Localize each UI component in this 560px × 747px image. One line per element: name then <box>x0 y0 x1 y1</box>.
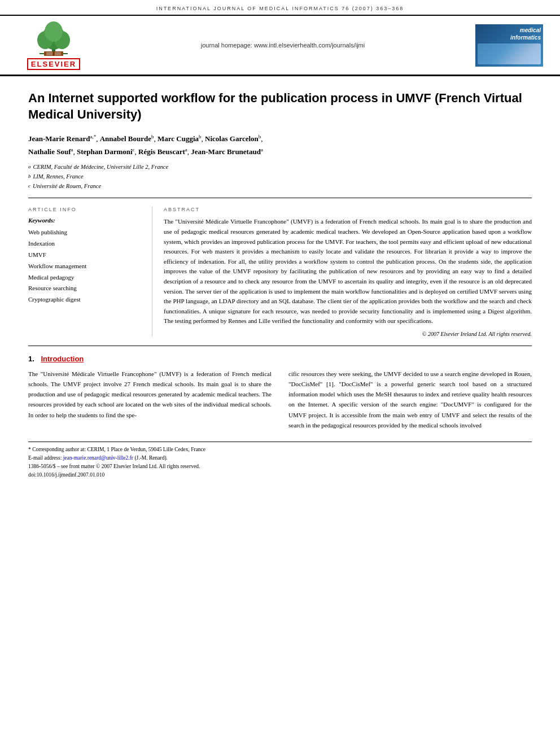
affiliation-c: c Université de Rouen, France <box>28 182 532 191</box>
issn-line: 1386-5056/$ – see front matter © 2007 El… <box>28 462 532 471</box>
keywords-label: Keywords: <box>28 217 143 224</box>
keywords-list: Web publishing Indexation UMVF Workflow … <box>28 227 143 305</box>
author-2: Annabel Bourde <box>100 135 151 143</box>
introduction-section: 1. Introduction The "Université Médicale… <box>28 355 532 430</box>
article-info-label: ARTICLE INFO <box>28 207 143 212</box>
elsevier-logo: ELSEVIER <box>17 20 90 70</box>
email-note: E-mail address: jean-marie.renard@univ-l… <box>28 454 532 462</box>
author-6-sup: c <box>133 147 135 152</box>
article-info-column: ARTICLE INFO Keywords: Web publishing In… <box>28 207 152 337</box>
affiliations: a CERIM, Faculté de Médecine, Université… <box>28 163 532 198</box>
homepage-label: journal homepage: <box>201 42 252 49</box>
author-7: Régis Beuscart <box>138 147 185 156</box>
elsevier-tree-icon <box>28 20 79 57</box>
doi-line: doi:10.1016/j.ijmedinf.2007.01.010 <box>28 471 532 479</box>
author-8-sup: a <box>261 147 263 152</box>
email-label: E-mail address: <box>28 455 62 461</box>
introduction-heading: 1. Introduction <box>28 355 532 363</box>
article-info-abstract-row: ARTICLE INFO Keywords: Web publishing In… <box>28 207 532 346</box>
author-5-sup: a <box>71 147 73 152</box>
abstract-column: ABSTRACT The "Université Médicale Virtue… <box>164 207 532 337</box>
author-4: Nicolas Garcelon <box>205 135 259 143</box>
corresponding-author-text: * Corresponding author at: CERIM, 1 Plac… <box>28 447 205 452</box>
introduction-left-col: The "Université Médicale Virtuelle Franc… <box>28 369 272 430</box>
author-5: Nathalie Souf <box>28 147 71 156</box>
corresponding-author-note: * Corresponding author at: CERIM, 1 Plac… <box>28 445 532 454</box>
introduction-body: The "Université Médicale Virtuelle Franc… <box>28 369 532 430</box>
elsevier-brand-text: ELSEVIER <box>27 58 80 70</box>
section-number: 1. <box>28 355 34 363</box>
intro-left-text: The "Université Médicale Virtuelle Franc… <box>28 369 272 420</box>
author-1: Jean-Marie Renard <box>28 135 90 143</box>
page: INTERNATIONAL JOURNAL OF MEDICAL INFORMA… <box>0 0 560 747</box>
abstract-label: ABSTRACT <box>164 207 532 212</box>
authors-line: Jean-Marie Renarda,*, Annabel Bourdeb, M… <box>28 133 532 158</box>
footnote-section: * Corresponding author at: CERIM, 1 Plac… <box>28 442 532 480</box>
article-title: An Internet supported workflow for the p… <box>28 90 532 123</box>
keyword-4: Workflow management <box>28 261 143 272</box>
keyword-7: Cryptographic digest <box>28 294 143 305</box>
homepage-info: journal homepage: www.intl.elsevierhealt… <box>90 42 475 49</box>
medical-informatics-logo: medical informatics <box>475 24 543 67</box>
author-2-sup: b <box>151 134 154 139</box>
author-1-sup: a,* <box>90 134 96 139</box>
keyword-5: Medical pedagogy <box>28 272 143 283</box>
author-7-sup: a <box>185 147 187 152</box>
abstract-copyright: © 2007 Elsevier Ireland Ltd. All rights … <box>164 331 532 337</box>
affiliation-a: a CERIM, Faculté de Médecine, Université… <box>28 163 532 172</box>
author-8: Jean-Marc Brunetaud <box>191 147 261 156</box>
affiliation-b: b LIM, Rennes, France <box>28 172 532 182</box>
keyword-6: Resource searching <box>28 283 143 294</box>
journal-header: INTERNATIONAL JOURNAL OF MEDICAL INFORMA… <box>0 0 560 16</box>
email-suffix: (J.-M. Renard). <box>134 455 168 461</box>
mi-brand-text: medical informatics <box>510 27 541 42</box>
section-title: Introduction <box>41 355 84 363</box>
mi-decorative-image <box>478 43 541 64</box>
introduction-right-col: cific resources they were seeking, the U… <box>288 369 532 430</box>
author-6: Stephan Darmoni <box>77 147 133 156</box>
author-3: Marc Cuggia <box>158 135 199 143</box>
journal-title: INTERNATIONAL JOURNAL OF MEDICAL INFORMA… <box>0 6 560 11</box>
intro-right-text: cific resources they were seeking, the U… <box>288 369 532 430</box>
abstract-text: The "Université Médicale Virtuelle Franc… <box>164 217 532 326</box>
keyword-1: Web publishing <box>28 227 143 238</box>
email-address: jean-marie.renard@univ-lille2.fr <box>63 455 133 461</box>
keyword-2: Indexation <box>28 238 143 250</box>
main-content: An Internet supported workflow for the p… <box>0 76 560 491</box>
logo-row: ELSEVIER journal homepage: www.intl.else… <box>0 16 560 76</box>
svg-point-5 <box>45 21 63 42</box>
author-3-sup: b <box>199 134 202 139</box>
author-4-sup: b <box>259 134 261 139</box>
homepage-url: www.intl.elsevierhealth.com/journals/ijm… <box>254 42 365 49</box>
keyword-3: UMVF <box>28 250 143 261</box>
